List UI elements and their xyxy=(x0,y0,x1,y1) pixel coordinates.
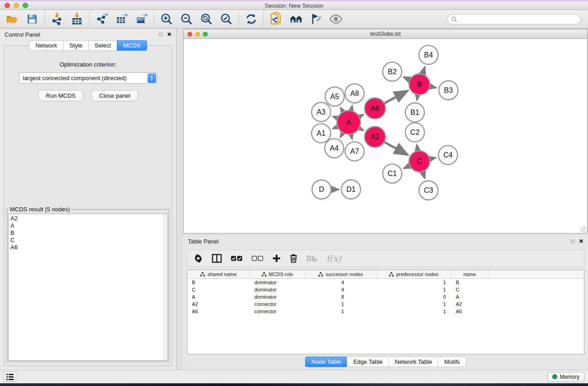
column-header-successor-nodes[interactable]: successor nodes xyxy=(305,270,377,278)
node-D1[interactable]: D1 xyxy=(341,180,360,199)
tab-mcds[interactable]: MCDS xyxy=(117,40,147,51)
edge-B-B3[interactable] xyxy=(430,86,436,88)
search-input[interactable] xyxy=(459,16,577,22)
resize-grip[interactable] xyxy=(581,227,587,233)
panel-splitter[interactable] xyxy=(177,29,183,370)
close-network-button[interactable] xyxy=(187,32,192,37)
export-network-button[interactable] xyxy=(95,12,109,26)
edge-A-A3[interactable] xyxy=(333,116,338,118)
minimize-network-button[interactable] xyxy=(195,32,200,37)
mcds-result-list[interactable]: A2ABCA6 xyxy=(8,214,168,361)
create-column-button[interactable] xyxy=(272,254,281,262)
node-A7[interactable]: A7 xyxy=(345,142,364,161)
export-table-button[interactable] xyxy=(115,12,129,26)
cell-predecessor-nodes[interactable]: 1 xyxy=(377,300,451,308)
search-field[interactable] xyxy=(447,14,581,24)
tab-network-table[interactable]: Network Table xyxy=(388,357,438,367)
tab-node-table[interactable]: Node Table xyxy=(305,357,348,367)
show-column-panel-button[interactable] xyxy=(212,254,222,263)
close-window-button[interactable] xyxy=(5,3,10,8)
delete-column-button[interactable] xyxy=(290,254,297,263)
node-A2[interactable]: A2 xyxy=(364,126,385,147)
import-network-button[interactable] xyxy=(50,12,64,26)
open-session-button[interactable] xyxy=(5,12,19,26)
cell-shared-name[interactable]: B xyxy=(187,279,250,286)
table-row[interactable]: A2connector11A2 xyxy=(187,300,584,308)
edge-A-A1[interactable] xyxy=(333,127,337,129)
cell-MCDS-role[interactable]: connector xyxy=(250,300,305,308)
cell-name[interactable]: B xyxy=(451,279,488,286)
import-table-button[interactable] xyxy=(70,12,84,26)
tab-network[interactable]: Network xyxy=(29,40,63,51)
column-header-name[interactable]: name xyxy=(451,270,488,278)
edge-A-A5[interactable] xyxy=(341,108,343,112)
memory-button[interactable]: Memory xyxy=(547,372,584,382)
zoom-fit-button[interactable] xyxy=(200,12,213,26)
node-A3[interactable]: A3 xyxy=(311,102,330,121)
edge-B-B2[interactable] xyxy=(404,77,410,80)
node-B1[interactable]: B1 xyxy=(406,103,425,122)
node-C[interactable]: C xyxy=(409,151,430,172)
list-scrollbar[interactable] xyxy=(163,214,167,360)
node-A1[interactable]: A1 xyxy=(311,124,330,143)
show-hide-details-button[interactable] xyxy=(329,12,343,26)
export-image-button[interactable] xyxy=(135,12,148,26)
cell-successor-nodes[interactable]: 4 xyxy=(305,279,377,286)
edge-C-C4[interactable] xyxy=(430,158,435,159)
cell-MCDS-role[interactable]: dominator xyxy=(250,279,305,286)
edge-B-B1[interactable] xyxy=(417,95,418,100)
node-B[interactable]: B xyxy=(409,74,430,95)
close-table-panel-icon[interactable]: ✖ xyxy=(579,238,583,244)
cell-shared-name[interactable]: A2 xyxy=(187,300,250,308)
column-header-shared-name[interactable]: shared name xyxy=(187,270,250,278)
cell-name[interactable]: A2 xyxy=(451,300,488,308)
cell-MCDS-role[interactable]: connector xyxy=(250,308,305,315)
cell-MCDS-role[interactable]: dominator xyxy=(250,293,305,300)
mcds-result-item[interactable]: B xyxy=(10,229,167,237)
cell-successor-nodes[interactable]: 4 xyxy=(305,286,377,293)
edge-A-A4[interactable] xyxy=(340,133,343,137)
table-settings-button[interactable] xyxy=(194,254,203,263)
cell-name[interactable]: C xyxy=(451,286,488,293)
mcds-result-item[interactable]: A xyxy=(10,222,167,229)
node-A5[interactable]: A5 xyxy=(325,87,344,106)
node-A8[interactable]: A8 xyxy=(345,84,364,103)
select-all-button[interactable] xyxy=(231,256,243,262)
task-history-button[interactable] xyxy=(4,372,16,382)
mcds-result-item[interactable]: C xyxy=(10,237,167,244)
mcds-result-item[interactable]: A2 xyxy=(10,215,167,222)
node-C1[interactable]: C1 xyxy=(382,164,402,183)
edge-A-A8[interactable] xyxy=(351,106,352,110)
first-neighbors-button[interactable] xyxy=(289,12,303,26)
maximize-network-button[interactable] xyxy=(203,32,208,37)
cell-predecessor-nodes[interactable]: 1 xyxy=(377,286,451,293)
minimize-window-button[interactable] xyxy=(14,3,19,8)
edge-A-A2[interactable] xyxy=(359,129,363,130)
node-C4[interactable]: C4 xyxy=(439,146,458,165)
cell-successor-nodes[interactable]: 8 xyxy=(305,293,377,300)
close-panel-icon[interactable]: ✖ xyxy=(167,32,172,37)
function-builder-button[interactable]: f(x) xyxy=(326,253,341,263)
node-B2[interactable]: B2 xyxy=(382,62,402,81)
edge-A-A7[interactable] xyxy=(351,134,352,139)
table-row[interactable]: Cdominator41C xyxy=(187,286,584,293)
deselect-all-button[interactable] xyxy=(252,256,263,262)
cell-MCDS-role[interactable]: dominator xyxy=(250,286,305,293)
edge-A-A6[interactable] xyxy=(359,115,363,117)
zoom-in-button[interactable] xyxy=(160,12,173,26)
tab-select[interactable]: Select xyxy=(88,40,117,51)
cell-name[interactable]: A xyxy=(451,293,488,300)
node-B4[interactable]: B4 xyxy=(419,45,438,64)
node-A[interactable]: A xyxy=(337,110,360,134)
edge-C-C1[interactable] xyxy=(404,166,410,168)
column-header-predecessor-nodes[interactable]: predecessor nodes xyxy=(377,270,451,278)
maximize-window-button[interactable] xyxy=(23,3,28,8)
node-C3[interactable]: C3 xyxy=(419,181,438,200)
cell-successor-nodes[interactable]: 1 xyxy=(305,300,377,308)
table-row[interactable]: Adominator80A xyxy=(187,293,584,300)
delete-table-button[interactable] xyxy=(306,255,317,262)
float-table-panel-icon[interactable]: □ xyxy=(571,238,574,244)
run-mcds-button[interactable]: Run MCDS xyxy=(38,90,83,101)
network-canvas[interactable]: B4B2BB3A5A8A6A3B1AA1C2A2A4A7C4CC1C3DD1 xyxy=(184,39,587,233)
zoom-selected-button[interactable] xyxy=(220,12,233,26)
